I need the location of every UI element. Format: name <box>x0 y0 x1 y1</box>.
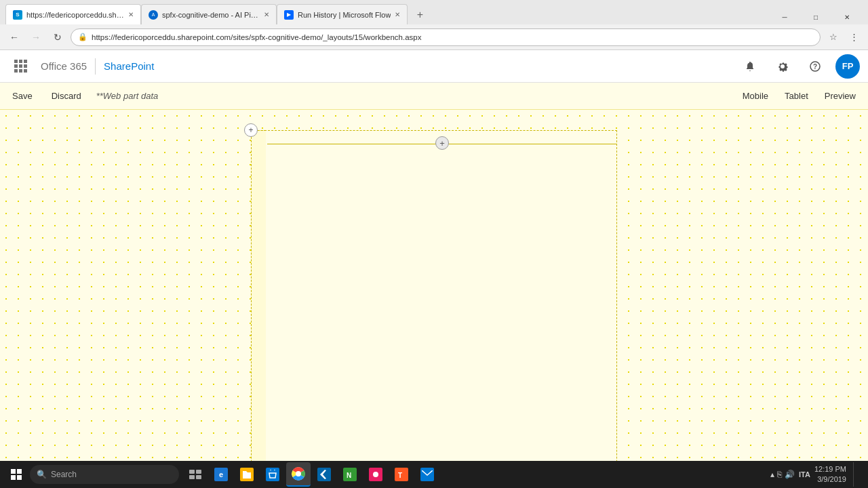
tab1-title: https://federicoporceddu.share... <box>26 11 124 19</box>
tab2-title: spfx-cognitive-demo - AI Pictu... <box>162 11 260 19</box>
refresh-button[interactable]: ↻ <box>49 28 66 46</box>
settings-button[interactable] <box>770 54 795 79</box>
system-tray: ▴ ⎘ 🔊 ITA 12:19 PM 3/9/2019 <box>765 462 864 487</box>
browser-window: S https://federicoporceddu.share... ✕ A … <box>0 0 868 488</box>
tray-date-value: 3/9/2019 <box>814 474 846 485</box>
waffle-grid-icon <box>14 60 27 73</box>
tray-chevron-icon[interactable]: ▴ <box>770 470 774 479</box>
mobile-button[interactable]: Mobile <box>738 88 772 104</box>
address-actions: ☆ ⋮ <box>825 28 863 46</box>
svg-text:N: N <box>347 472 351 479</box>
vscode-taskbar-item[interactable] <box>312 462 336 487</box>
tabs-bar: S https://federicoporceddu.share... ✕ A … <box>0 0 868 24</box>
browser-menu-button[interactable]: ⋮ <box>845 28 863 46</box>
main-content: + + <box>0 110 868 461</box>
taskbar-search-icon: 🔍 <box>37 470 47 479</box>
start-button[interactable] <box>4 462 28 487</box>
windows-logo-icon <box>11 469 22 480</box>
svg-rect-4 <box>189 475 195 479</box>
taskbar-search[interactable]: 🔍 Search <box>30 465 179 484</box>
tray-network-icon[interactable]: ⎘ <box>777 470 782 479</box>
section-add-button[interactable]: + <box>244 123 258 137</box>
browser-tab-2[interactable]: A spfx-cognitive-demo - AI Pictu... ✕ <box>141 4 277 24</box>
browser-tab-3[interactable]: ▶ Run History | Microsoft Flow ✕ <box>277 4 408 24</box>
nodejs-taskbar-item[interactable]: N <box>338 462 362 487</box>
tray-clock[interactable]: 12:19 PM 3/9/2019 <box>814 464 846 485</box>
section-top-border <box>251 130 617 131</box>
svg-rect-5 <box>196 475 201 479</box>
paint-icon <box>369 468 382 481</box>
back-button[interactable]: ← <box>5 28 23 46</box>
column-indicator <box>251 130 266 461</box>
web-part-data-label: **Web part data <box>96 91 159 101</box>
address-text: https://federicoporceddu.sharepoint.com/… <box>92 33 813 41</box>
tab1-close[interactable]: ✕ <box>128 11 134 18</box>
teams-icon: T <box>395 468 408 481</box>
help-button[interactable]: ? <box>803 54 827 79</box>
svg-text:?: ? <box>813 63 817 70</box>
maximize-button[interactable]: □ <box>800 9 831 24</box>
window-controls: ─ □ ✕ <box>769 9 863 24</box>
address-bar[interactable]: 🔒 https://federicoporceddu.sharepoint.co… <box>71 28 821 46</box>
ie-taskbar-item[interactable]: e <box>209 462 233 487</box>
preview-button[interactable]: Preview <box>821 88 860 104</box>
lock-icon: 🔒 <box>78 33 87 41</box>
tab3-favicon: ▶ <box>284 10 294 20</box>
settings-gear-icon <box>777 61 788 72</box>
tray-volume-icon[interactable]: 🔊 <box>785 470 795 479</box>
chrome-icon <box>292 467 305 481</box>
chrome-taskbar-item[interactable] <box>286 462 311 487</box>
browser-tab-1[interactable]: S https://federicoporceddu.share... ✕ <box>5 4 141 24</box>
preview-buttons: Mobile Tablet Preview <box>738 88 860 104</box>
taskbar-search-placeholder: Search <box>51 470 77 479</box>
notification-button[interactable] <box>738 54 762 79</box>
workbench-toolbar: Save Discard **Web part data Mobile Tabl… <box>0 83 868 110</box>
svg-rect-2 <box>189 470 195 474</box>
minimize-button[interactable]: ─ <box>769 9 800 24</box>
svg-point-7 <box>296 471 301 476</box>
o365-navbar: Office 365 SharePoint ? FP <box>0 50 868 83</box>
sharepoint-title[interactable]: SharePoint <box>104 60 154 72</box>
forward-button[interactable]: → <box>27 28 45 46</box>
tab1-favicon: S <box>13 10 22 20</box>
tab3-close[interactable]: ✕ <box>395 11 400 18</box>
notification-icon <box>745 61 755 72</box>
taskbar: 🔍 Search e <box>0 461 868 488</box>
tablet-button[interactable]: Tablet <box>781 88 812 104</box>
add-webpart-button[interactable]: + <box>435 136 449 150</box>
tab2-close[interactable]: ✕ <box>264 11 269 18</box>
task-view-icon <box>189 470 201 479</box>
tray-icons: ▴ ⎘ 🔊 <box>770 470 795 479</box>
svg-text:T: T <box>398 472 402 479</box>
address-bar-row: ← → ↻ 🔒 https://federicoporceddu.sharepo… <box>0 24 868 50</box>
tray-time-value: 12:19 PM <box>814 464 846 474</box>
navbar-divider <box>95 58 96 75</box>
mail-icon <box>420 468 434 481</box>
teams-taskbar-item[interactable]: T <box>389 462 414 487</box>
tray-language: ITA <box>799 470 810 479</box>
file-explorer-icon <box>240 468 254 481</box>
tab3-title: Run History | Microsoft Flow <box>298 11 391 19</box>
nodejs-icon: N <box>343 468 357 481</box>
avatar-initials: FP <box>842 61 854 71</box>
app-launcher-button[interactable] <box>8 54 33 79</box>
vscode-icon <box>317 468 331 481</box>
mail-taskbar-item[interactable] <box>415 462 439 487</box>
office365-title[interactable]: Office 365 <box>41 60 87 72</box>
workbench-canvas: + + <box>251 130 617 461</box>
discard-button[interactable]: Discard <box>47 88 85 104</box>
help-icon: ? <box>810 61 821 72</box>
store-taskbar-item[interactable] <box>260 462 285 487</box>
bookmark-star-icon[interactable]: ☆ <box>825 28 842 46</box>
paint-taskbar-item[interactable] <box>363 462 388 487</box>
ie-icon: e <box>214 468 228 481</box>
save-button[interactable]: Save <box>8 88 37 104</box>
user-avatar-button[interactable]: FP <box>835 54 860 79</box>
new-tab-button[interactable]: + <box>410 5 429 24</box>
show-desktop-button[interactable] <box>853 462 859 487</box>
file-explorer-taskbar-item[interactable] <box>235 462 259 487</box>
task-view-button[interactable] <box>183 462 208 487</box>
svg-point-9 <box>373 472 378 477</box>
close-button[interactable]: ✕ <box>831 9 863 24</box>
svg-rect-3 <box>196 470 201 474</box>
